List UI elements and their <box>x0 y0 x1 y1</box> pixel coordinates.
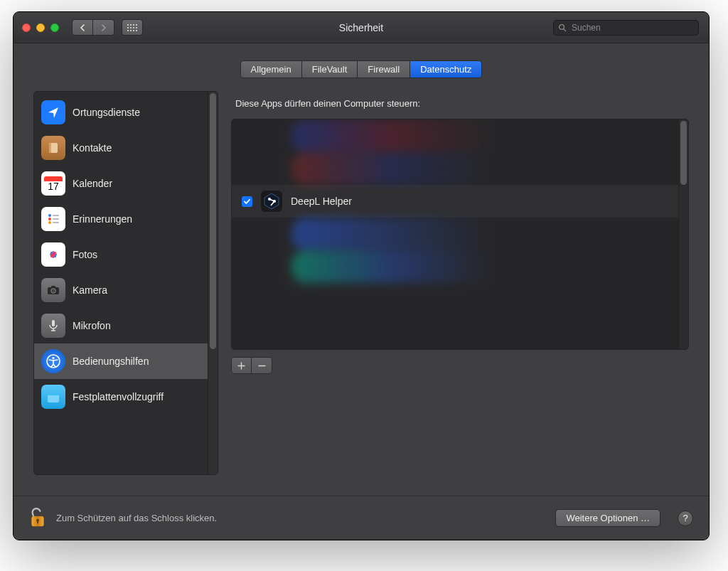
nav-back-forward <box>72 19 114 36</box>
svg-rect-9 <box>53 222 59 223</box>
svg-marker-27 <box>264 193 279 209</box>
app-row-redacted <box>232 218 688 250</box>
grid-icon <box>127 24 137 31</box>
svg-point-6 <box>48 218 51 220</box>
minus-icon <box>258 362 266 370</box>
add-remove-segment <box>231 357 272 374</box>
sidebar-item-accessibility[interactable]: Bedienungshilfen <box>34 343 218 379</box>
sidebar-item-label: Kalender <box>73 178 112 189</box>
calendar-icon: 17 <box>41 171 65 196</box>
app-list: DeepL Helper <box>231 119 689 350</box>
search-icon <box>558 23 567 32</box>
tabs: Allgemein FileVault Firewall Datenschutz <box>240 60 483 78</box>
more-options-button[interactable]: Weitere Optionen … <box>555 509 660 527</box>
help-button[interactable]: ? <box>678 511 693 526</box>
sidebar-item-label: Kontakte <box>73 142 112 154</box>
search-input[interactable] <box>570 22 694 33</box>
titlebar: Sicherheit <box>14 12 709 43</box>
chevron-right-icon <box>101 24 107 31</box>
zoom-window-button[interactable] <box>50 23 59 32</box>
svg-rect-33 <box>37 520 38 523</box>
svg-rect-3 <box>49 143 51 153</box>
app-row-redacted <box>232 250 688 283</box>
tab-firewall[interactable]: Firewall <box>358 61 410 78</box>
svg-rect-26 <box>48 394 59 395</box>
lock-hint-text: Zum Schützen auf das Schloss klicken. <box>56 513 545 523</box>
svg-rect-20 <box>51 286 55 288</box>
show-all-button[interactable] <box>122 19 143 36</box>
content-area: Ortungsdienste Kontakte 17 Kalen <box>14 91 709 496</box>
svg-point-19 <box>51 289 56 294</box>
sidebar-item-contacts[interactable]: Kontakte <box>34 130 218 166</box>
camera-icon <box>41 278 65 302</box>
tab-filevault[interactable]: FileVault <box>302 61 358 78</box>
lock-button[interactable] <box>29 508 46 529</box>
remove-app-button[interactable] <box>252 358 272 373</box>
panel-heading: Diese Apps dürfen deinen Computer steuer… <box>231 91 689 119</box>
svg-rect-7 <box>53 218 59 220</box>
footer: Zum Schützen auf das Schloss klicken. We… <box>14 496 709 540</box>
svg-rect-21 <box>52 320 55 326</box>
accessibility-icon <box>41 349 65 373</box>
sidebar-item-label: Kamera <box>73 284 107 296</box>
svg-point-4 <box>48 214 51 217</box>
sidebar-item-photos[interactable]: Fotos <box>34 237 218 272</box>
svg-point-25 <box>52 357 54 359</box>
unlocked-lock-icon <box>29 506 46 529</box>
reminders-icon <box>41 207 65 231</box>
close-window-button[interactable] <box>22 23 31 32</box>
sidebar-item-reminders[interactable]: Erinnerungen <box>34 201 218 237</box>
sidebar-item-label: Bedienungshilfen <box>73 356 149 367</box>
applist-scrollbar[interactable] <box>678 119 688 349</box>
contacts-icon <box>41 136 65 160</box>
sidebar-scroll-thumb[interactable] <box>210 93 216 349</box>
sidebar-item-label: Fotos <box>73 249 97 260</box>
app-row-redacted <box>232 119 688 152</box>
sidebar-item-full-disk[interactable]: Festplattenvollzugriff <box>34 379 218 415</box>
sidebar-item-microphone[interactable]: Mikrofon <box>34 308 218 343</box>
deepl-helper-icon <box>261 191 282 212</box>
app-name-label: DeepL Helper <box>291 196 352 207</box>
sidebar-item-calendar[interactable]: 17 Kalender <box>34 166 218 201</box>
tab-datenschutz[interactable]: Datenschutz <box>410 61 481 78</box>
plus-icon <box>237 362 245 370</box>
forward-button[interactable] <box>93 19 114 36</box>
photos-icon <box>41 242 65 267</box>
folder-icon <box>41 385 65 409</box>
window-controls <box>22 23 59 32</box>
chevron-left-icon <box>80 24 85 31</box>
sidebar-item-label: Ortungsdienste <box>73 107 140 118</box>
back-button[interactable] <box>72 19 93 36</box>
svg-line-1 <box>564 29 566 31</box>
privacy-category-list: Ortungsdienste Kontakte 17 Kalen <box>33 91 218 475</box>
sidebar-item-label: Mikrofon <box>73 320 111 331</box>
sidebar-item-label: Erinnerungen <box>73 213 132 225</box>
sidebar-item-camera[interactable]: Kamera <box>34 272 218 308</box>
app-checkbox[interactable] <box>242 196 252 207</box>
microphone-icon <box>41 314 65 338</box>
sidebar-item-label: Festplattenvollzugriff <box>73 391 164 402</box>
app-row-redacted <box>232 152 688 185</box>
location-icon <box>41 100 65 124</box>
app-row[interactable]: DeepL Helper <box>232 185 688 218</box>
preferences-window: Sicherheit Allgemein FileVault Firewall … <box>13 11 710 540</box>
sidebar-item-location[interactable]: Ortungsdienste <box>34 95 218 130</box>
sidebar-scrollbar[interactable] <box>208 92 218 474</box>
search-field[interactable] <box>553 20 699 36</box>
tab-allgemein[interactable]: Allgemein <box>241 61 302 78</box>
tabs-row: Allgemein FileVault Firewall Datenschutz <box>14 43 709 91</box>
check-icon <box>243 198 251 206</box>
main-panel: Diese Apps dürfen deinen Computer steuer… <box>231 91 689 483</box>
minimize-window-button[interactable] <box>36 23 45 32</box>
add-app-button[interactable] <box>232 358 252 373</box>
applist-scroll-thumb[interactable] <box>680 121 687 185</box>
svg-point-8 <box>48 221 51 224</box>
svg-rect-5 <box>53 215 59 216</box>
